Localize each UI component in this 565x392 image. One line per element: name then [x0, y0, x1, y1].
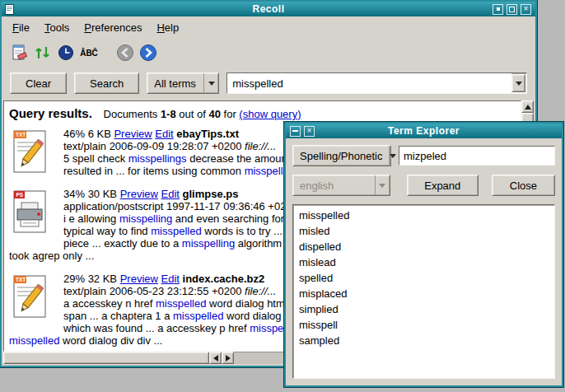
text-segment: word dialog a	[223, 310, 290, 322]
text-segment: algorithm	[235, 237, 282, 250]
term-list-item[interactable]: mislead	[293, 254, 554, 270]
toolbar: ÂBĈ	[2, 38, 535, 68]
search-button[interactable]: Search	[74, 72, 139, 94]
query-input[interactable]	[227, 73, 511, 93]
menu-bar: FileToolsPreferencesHelp	[2, 16, 535, 38]
text-segment: typical way to find	[63, 225, 151, 237]
close-button[interactable]: ×	[521, 4, 531, 15]
text-segment: word dialog html	[206, 297, 287, 310]
close-button[interactable]: ×	[304, 126, 315, 137]
expansion-mode-value: Spelling/Phonetic	[293, 150, 389, 162]
postscript-icon: PS	[11, 189, 50, 236]
hscroll-thumb[interactable]	[3, 352, 209, 364]
svg-text:TXT: TXT	[16, 132, 26, 138]
search-type-value: All terms	[147, 77, 203, 90]
term-explorer-icon[interactable]: ÂBĈ	[77, 42, 100, 63]
text-file-icon: TXT	[11, 129, 50, 175]
text-file-icon: TXT	[11, 274, 50, 320]
for-label: for	[224, 108, 236, 120]
close-button[interactable]: Close	[492, 175, 555, 196]
term-explorer-titlebar[interactable]: × Term Explorer	[286, 124, 562, 138]
expand-button[interactable]: Expand	[407, 175, 479, 196]
text-segment: misspelled	[151, 225, 201, 237]
scroll-left-button[interactable]	[209, 352, 222, 364]
text-segment: a accesskey n href	[63, 297, 156, 310]
text-segment: which was found ... a accesskey p href	[63, 322, 250, 334]
term-list-item[interactable]: sampled	[293, 333, 554, 348]
edit-link[interactable]: Edit	[161, 273, 180, 285]
chevron-down-icon[interactable]	[511, 74, 525, 92]
menu-tools[interactable]: Tools	[37, 19, 77, 36]
term-input-field[interactable]	[399, 146, 555, 166]
svg-text:TXT: TXT	[16, 277, 26, 282]
text-segment: misspelling	[119, 212, 172, 225]
recoll-app-icon[interactable]	[4, 4, 15, 15]
text-segment: words is to try ...	[202, 225, 282, 237]
menu-help[interactable]: Help	[149, 19, 186, 36]
preview-link[interactable]: Preview	[120, 188, 158, 200]
term-list-item[interactable]: dispelled	[293, 239, 554, 254]
scroll-up-button[interactable]	[521, 100, 534, 113]
text-segment: index.cache.bz2	[183, 273, 265, 285]
preview-link[interactable]: Preview	[120, 273, 158, 285]
text-segment: and even searching for	[172, 212, 284, 225]
text-segment: file://...	[245, 140, 276, 152]
term-input[interactable]	[399, 147, 554, 165]
text-segment: i e allowing	[63, 212, 119, 225]
menu-file[interactable]: File	[5, 19, 37, 36]
text-segment: 34% 30 KB	[63, 188, 120, 200]
clear-button[interactable]: Clear	[10, 72, 67, 94]
text-segment: file://...	[245, 285, 276, 297]
language-combobox[interactable]: english	[292, 175, 390, 196]
text-segment: misspelled	[9, 334, 59, 347]
chevron-down-icon	[389, 146, 396, 166]
window-title: Recoll	[2, 3, 535, 15]
text-segment: misspellings	[128, 152, 187, 165]
edit-link[interactable]: Edit	[161, 188, 180, 200]
search-type-combobox[interactable]: All terms	[147, 72, 219, 94]
sort-by-date-icon[interactable]	[31, 42, 54, 63]
language-value: english	[293, 180, 375, 192]
menu-preferences[interactable]: Preferences	[77, 19, 149, 36]
term-list-item[interactable]: misled	[293, 223, 554, 239]
query-combobox[interactable]	[226, 72, 527, 94]
results-total: 40	[208, 108, 220, 120]
text-segment: word dialog div div ...	[59, 334, 162, 347]
term-list-item[interactable]: misplaced	[293, 286, 554, 301]
search-bar: Clear Search All terms	[2, 68, 535, 99]
next-page-icon[interactable]	[137, 42, 160, 63]
text-segment: text/plain 2006-09-09 19:28:07 +0200	[63, 140, 245, 152]
term-explorer-window: × Term Explorer Spelling/Phonetic englis…	[284, 122, 563, 387]
document-history-icon[interactable]	[54, 42, 77, 63]
text-segment: misspelled	[173, 310, 223, 322]
maximize-button[interactable]	[507, 4, 517, 15]
term-list-item[interactable]: misspell	[293, 317, 554, 333]
prev-page-icon[interactable]	[114, 42, 137, 63]
show-query-link[interactable]: (show query)	[239, 108, 301, 120]
text-segment: text/plain 2006-05-23 23:12:55 +0200	[63, 285, 245, 297]
window-menu-button[interactable]	[290, 126, 301, 137]
documents-label: Documents	[104, 108, 158, 120]
text-segment: 5 spell check	[63, 152, 128, 165]
expansion-mode-combobox[interactable]: Spelling/Phonetic	[292, 145, 391, 166]
scroll-right-button[interactable]	[222, 352, 234, 364]
clear-search-icon[interactable]	[8, 42, 31, 63]
term-list-item[interactable]: spelled	[293, 270, 554, 286]
text-segment: resulted in ... for items using common	[63, 165, 245, 177]
term-list-item[interactable]: misspelled	[293, 208, 554, 223]
results-range: 1-8	[161, 108, 176, 120]
term-list[interactable]: misspelledmisleddispelledmisleadspelledm…	[292, 204, 555, 379]
window-title: Term Explorer	[286, 125, 562, 137]
term-list-item[interactable]: simplied	[293, 301, 554, 317]
edit-link[interactable]: Edit	[155, 128, 173, 140]
out-of-label: out of	[179, 108, 206, 120]
chevron-down-icon	[375, 175, 390, 195]
text-segment: misspelled	[156, 297, 206, 310]
text-segment: span ... a chaptera 1 a	[63, 310, 173, 322]
minimize-button[interactable]	[493, 4, 503, 15]
main-titlebar[interactable]: Recoll ×	[2, 2, 535, 16]
text-segment: piece ... exactly due to a	[63, 237, 182, 250]
preview-link[interactable]: Preview	[114, 128, 152, 140]
text-segment: glimpse.ps	[183, 188, 239, 200]
text-segment: 29% 32 KB	[63, 273, 120, 285]
